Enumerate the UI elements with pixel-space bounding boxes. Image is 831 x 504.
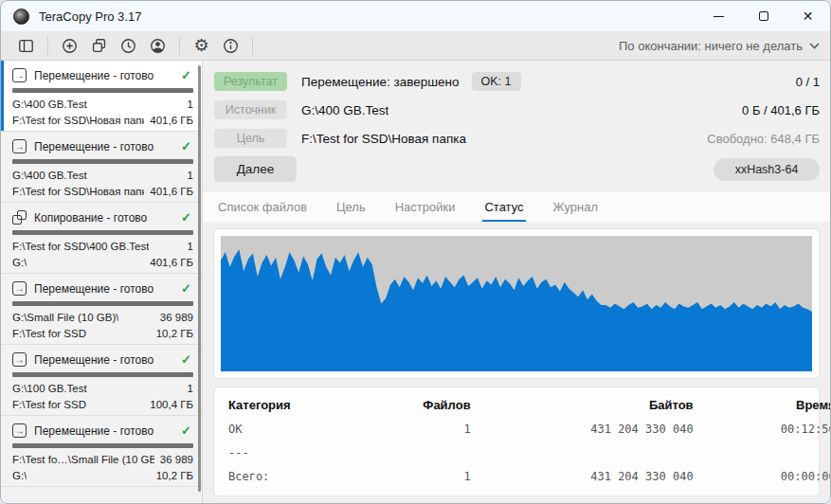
sidebar-scrollbar[interactable] bbox=[198, 65, 201, 492]
task-title: Перемещение - готово bbox=[34, 424, 154, 438]
source-tag[interactable]: Источник bbox=[214, 100, 287, 119]
move-icon: → bbox=[12, 423, 27, 438]
minimize-icon bbox=[714, 16, 724, 17]
move-icon: → bbox=[12, 139, 27, 153]
check-icon: ✓ bbox=[181, 68, 193, 82]
source-path: G:\400 GB.Test bbox=[301, 103, 388, 117]
task-file-count: 36 989 bbox=[160, 310, 193, 326]
table-cell: 1 bbox=[291, 423, 471, 446]
actions-row: Далее xxHash3-64 bbox=[214, 156, 820, 182]
table-cell: OK bbox=[228, 423, 291, 446]
task-source-path: F:\Test for SSD\400 GB.Test bbox=[12, 239, 149, 255]
check-icon: ✓ bbox=[181, 423, 193, 438]
task-source-path: G:\400 GB.Test bbox=[12, 97, 87, 113]
minimize-button[interactable] bbox=[696, 1, 741, 31]
user-button[interactable] bbox=[143, 33, 172, 58]
main-panel: Результат Перемещение: завершено OK: 1 0… bbox=[203, 61, 830, 503]
task-file-count: 1 bbox=[188, 381, 193, 397]
task-file-count: 1 bbox=[188, 168, 193, 184]
task-list-item[interactable]: Копирование - готово ✓ F:\Test for SSD\4… bbox=[1, 203, 202, 274]
hash-algorithm-button[interactable]: xxHash3-64 bbox=[714, 158, 820, 181]
task-list-item[interactable]: → Перемещение - готово ✓ G:\400 GB.Test … bbox=[1, 132, 202, 203]
tab-file-list[interactable]: Список файлов bbox=[216, 200, 309, 222]
ok-count-badge: OK: 1 bbox=[472, 72, 521, 91]
add-task-button[interactable] bbox=[55, 33, 84, 58]
table-cell: --- bbox=[228, 446, 291, 470]
settings-button[interactable]: ⚙ bbox=[187, 33, 216, 58]
copy-button[interactable] bbox=[84, 33, 114, 58]
post-action-label: По окончании: ничего не делать bbox=[619, 39, 803, 53]
source-row: Источник G:\400 GB.Test 0 Б / 401,6 ГБ bbox=[214, 99, 820, 120]
task-size: 401,6 ГБ bbox=[150, 255, 193, 271]
task-list: → Перемещение - готово ✓ G:\400 GB.Test … bbox=[1, 61, 202, 487]
tab-target[interactable]: Цель bbox=[334, 200, 368, 222]
task-progress-bar bbox=[12, 372, 193, 377]
table-cell: 431 204 330 040 bbox=[471, 470, 694, 494]
history-button[interactable] bbox=[114, 33, 143, 58]
move-icon: → bbox=[12, 281, 27, 296]
post-action-dropdown[interactable]: По окончании: ничего не делать bbox=[619, 39, 820, 53]
move-icon: → bbox=[12, 68, 27, 82]
free-space: Свободно: 648,4 ГБ bbox=[697, 132, 820, 146]
task-source-path: G:\Small File (10 GB)\ bbox=[12, 310, 118, 326]
maximize-button[interactable] bbox=[741, 1, 786, 31]
task-title: Копирование - готово bbox=[34, 211, 147, 225]
task-list-item[interactable]: → Перемещение - готово ✓ F:\Test fo…\Sma… bbox=[1, 416, 202, 487]
toolbar: ⚙ По окончании: ничего не делать bbox=[1, 31, 830, 61]
tab-settings[interactable]: Настройки bbox=[393, 200, 458, 222]
result-text: Перемещение: завершено bbox=[301, 75, 460, 89]
task-title: Перемещение - готово bbox=[34, 69, 154, 82]
tab-status[interactable]: Статус bbox=[482, 200, 525, 222]
task-progress-bar bbox=[12, 88, 193, 93]
speed-area-series bbox=[221, 249, 812, 371]
column-header-files: Файлов bbox=[291, 398, 471, 423]
window-body: → Перемещение - готово ✓ G:\400 GB.Test … bbox=[1, 61, 830, 503]
tab-log[interactable]: Журнал bbox=[551, 200, 600, 222]
task-source-path: G:\400 GB.Test bbox=[12, 168, 87, 184]
chevron-down-icon bbox=[809, 43, 820, 49]
table-cell: Всего: bbox=[228, 470, 291, 494]
target-path: F:\Test for SSD\Новая папка bbox=[301, 132, 466, 146]
task-list-item[interactable]: → Перемещение - готово ✓ G:\400 GB.Test … bbox=[1, 61, 202, 132]
result-row: Результат Перемещение: завершено OK: 1 0… bbox=[214, 71, 820, 92]
task-list-item[interactable]: → Перемещение - готово ✓ G:\100 GB.Test … bbox=[1, 345, 202, 416]
next-button[interactable]: Далее bbox=[214, 156, 297, 182]
task-target-path: G:\ bbox=[12, 468, 27, 484]
check-icon: ✓ bbox=[181, 352, 193, 367]
info-button[interactable] bbox=[216, 33, 245, 58]
task-summary: Результат Перемещение: завершено OK: 1 0… bbox=[203, 61, 830, 182]
task-list-sidebar: → Перемещение - готово ✓ G:\400 GB.Test … bbox=[1, 61, 203, 503]
task-progress-bar bbox=[12, 159, 193, 164]
task-target-path: F:\Test for SSD\Новая папка bbox=[12, 184, 144, 200]
task-size: 10,2 ГБ bbox=[156, 468, 193, 484]
move-icon: → bbox=[12, 352, 27, 367]
task-size: 401,6 ГБ bbox=[150, 113, 193, 129]
task-target-path: F:\Test for SSD\Новая папка bbox=[12, 113, 144, 129]
table-cell: 00:00:00 bbox=[694, 470, 831, 494]
task-progress-bar bbox=[12, 301, 193, 306]
task-list-item[interactable]: → Перемещение - готово ✓ G:\Small File (… bbox=[1, 274, 202, 345]
column-header-time: Время bbox=[694, 398, 831, 423]
info-icon bbox=[222, 37, 240, 55]
table-cell: 1 bbox=[291, 470, 471, 494]
close-icon: ✕ bbox=[803, 9, 814, 23]
toolbar-separator bbox=[47, 37, 48, 55]
copy-icon bbox=[90, 37, 108, 55]
task-size: 10,2 ГБ bbox=[156, 326, 193, 342]
toolbar-separator bbox=[252, 37, 253, 55]
sidebar-toggle-button[interactable] bbox=[11, 33, 41, 58]
task-target-path: F:\Test for SSD bbox=[12, 326, 86, 342]
task-target-path: F:\Test for SSD bbox=[12, 397, 86, 413]
file-counter: 0 / 1 bbox=[786, 75, 820, 89]
gear-icon: ⚙ bbox=[193, 37, 208, 54]
table-cell: 431 204 330 040 bbox=[471, 423, 694, 446]
toolbar-separator bbox=[179, 37, 180, 55]
column-header-category: Категория bbox=[228, 398, 291, 423]
task-progress-bar bbox=[12, 230, 193, 235]
close-button[interactable]: ✕ bbox=[786, 1, 830, 31]
check-icon: ✓ bbox=[181, 210, 193, 225]
result-tag[interactable]: Результат bbox=[214, 72, 287, 91]
task-size: 100,4 ГБ bbox=[150, 397, 193, 413]
target-tag[interactable]: Цель bbox=[214, 129, 287, 148]
speed-chart-card bbox=[213, 228, 820, 379]
